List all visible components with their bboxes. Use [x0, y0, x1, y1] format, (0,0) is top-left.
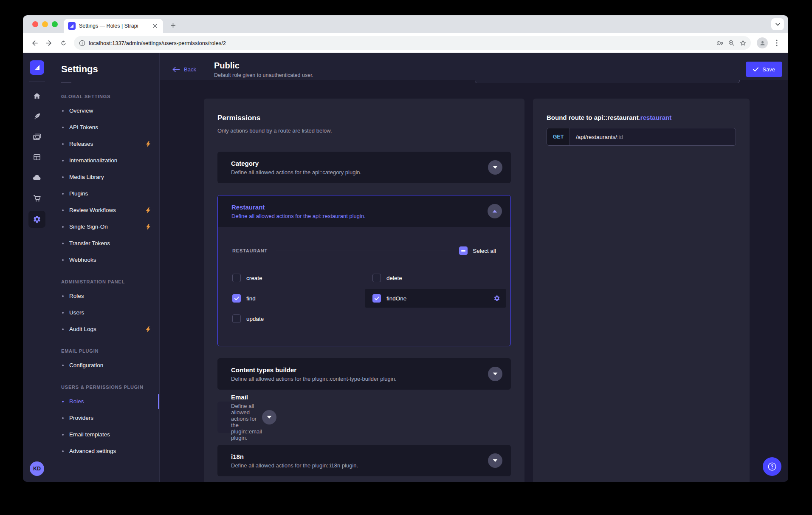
sidebar-item-releases[interactable]: Releases	[51, 136, 159, 152]
accordion-description: Define all allowed actions for the plugi…	[231, 403, 262, 441]
tab-search-chevron-icon[interactable]	[771, 18, 784, 30]
chevron-down-icon[interactable]	[262, 410, 276, 424]
page-title: Public	[214, 61, 313, 71]
section-administration-panel: ADMINISTRATION PANEL	[61, 279, 159, 284]
bullet-dot	[62, 295, 64, 297]
browser-window: Settings — Roles | Strapi localhost:1337…	[23, 15, 788, 482]
bullet-dot	[62, 259, 64, 261]
minimize-window-button[interactable]	[42, 21, 48, 27]
zoom-page-icon[interactable]	[728, 40, 735, 47]
forward-nav-icon[interactable]	[42, 37, 55, 49]
sidebar-item-media-library[interactable]: Media Library	[51, 169, 159, 185]
chevron-down-icon[interactable]	[488, 453, 502, 468]
permission-findone[interactable]: findOne	[365, 289, 506, 308]
find-checkbox[interactable]	[232, 294, 241, 303]
delete-checkbox[interactable]	[372, 274, 381, 282]
sidebar-item-webhooks[interactable]: Webhooks	[51, 252, 159, 268]
sidebar-item-advanced-settings[interactable]: Advanced settings	[51, 443, 159, 459]
permissions-panel: Permissions Only actions bound by a rout…	[204, 99, 524, 482]
check-icon	[234, 297, 239, 300]
sidebar-item-up-roles[interactable]: Roles	[51, 393, 159, 410]
page-subtitle: Default role given to unauthenticated us…	[214, 72, 313, 78]
strapi-logo-icon[interactable]	[30, 60, 44, 75]
findone-checkbox[interactable]	[372, 294, 381, 303]
accordion-restaurant-body: RESTAURANT Select all	[218, 227, 510, 346]
password-key-icon[interactable]	[716, 40, 724, 47]
accordion-description: Define all allowed actions for the api::…	[231, 213, 366, 219]
update-checkbox[interactable]	[232, 314, 241, 323]
lightning-badge-icon	[146, 207, 151, 213]
sidebar-item-review-workflows[interactable]: Review Workflows	[51, 202, 159, 218]
browser-tab[interactable]: Settings — Roles | Strapi	[64, 19, 163, 33]
sidebar-item-overview[interactable]: Overview	[51, 102, 159, 119]
route-path: /api/restaurants/:id	[570, 128, 623, 145]
url-bar[interactable]: localhost:1337/admin/settings/users-perm…	[74, 36, 751, 50]
active-item-indicator	[158, 394, 159, 409]
accordion-category[interactable]: Category Define all allowed actions for …	[217, 152, 511, 183]
back-button[interactable]: Back	[172, 66, 196, 73]
chevron-down-icon[interactable]	[488, 367, 502, 381]
zoom-window-button[interactable]	[52, 21, 58, 27]
indeterminate-minus-icon	[461, 250, 465, 252]
section-users-permissions-plugin: USERS & PERMISSIONS PLUGIN	[61, 385, 159, 390]
bullet-dot	[62, 176, 64, 178]
sidebar-item-internationalization[interactable]: Internationalization	[51, 152, 159, 169]
accordion-email[interactable]: Email Define all allowed actions for the…	[217, 402, 240, 433]
advanced-settings-gear-icon[interactable]	[493, 295, 500, 302]
scroll-area: Permissions Only actions bound by a rout…	[160, 80, 788, 482]
new-tab-button[interactable]	[167, 20, 178, 31]
help-button[interactable]	[763, 457, 781, 476]
accordion-description: Define all allowed actions for the api::…	[231, 169, 361, 175]
close-window-button[interactable]	[32, 21, 38, 27]
content-manager-feather-icon[interactable]	[28, 106, 46, 127]
sidebar-item-email-templates[interactable]: Email templates	[51, 426, 159, 443]
sidebar-item-transfer-tokens[interactable]: Transfer Tokens	[51, 235, 159, 252]
site-info-icon[interactable]	[79, 40, 85, 46]
deploy-cloud-icon[interactable]	[28, 167, 46, 188]
accordion-restaurant-header[interactable]: Restaurant Define all allowed actions fo…	[218, 195, 510, 227]
media-library-images-icon[interactable]	[28, 127, 46, 147]
tab-strip: Settings — Roles | Strapi	[23, 15, 788, 33]
sidebar-item-single-sign-on[interactable]: Single Sign-On	[51, 218, 159, 235]
sidebar-item-plugins[interactable]: Plugins	[51, 185, 159, 202]
sidebar-item-api-tokens[interactable]: API Tokens	[51, 119, 159, 136]
chevron-up-icon[interactable]	[488, 204, 502, 218]
http-method-badge: GET	[547, 128, 570, 145]
user-avatar[interactable]: KD	[30, 461, 44, 476]
accordion-description: Define all allowed actions for the plugi…	[231, 376, 397, 382]
create-checkbox[interactable]	[232, 274, 241, 282]
browser-profile-avatar[interactable]	[757, 37, 768, 48]
settings-gear-icon[interactable]	[28, 211, 45, 228]
select-all-checkbox[interactable]	[459, 246, 468, 255]
bullet-dot	[62, 434, 64, 436]
sidebar-item-configuration[interactable]: Configuration	[51, 357, 159, 374]
save-label: Save	[762, 66, 775, 73]
route-display: GET /api/restaurants/:id	[547, 128, 736, 146]
browser-menu-dots-icon[interactable]	[770, 37, 783, 49]
bookmark-star-icon[interactable]	[739, 40, 747, 47]
subnav-title: Settings	[61, 64, 159, 75]
accordion-i18n[interactable]: i18n Define all allowed actions for the …	[217, 445, 511, 476]
save-button[interactable]: Save	[746, 62, 782, 77]
permission-create: create	[232, 268, 372, 288]
sidebar-item-providers[interactable]: Providers	[51, 410, 159, 426]
chevron-down-icon[interactable]	[488, 160, 502, 175]
sidebar-item-admin-roles[interactable]: Roles	[51, 288, 159, 304]
accordion-content-types-builder[interactable]: Content types builder Define all allowed…	[217, 358, 511, 390]
reload-icon[interactable]	[57, 37, 70, 49]
bullet-dot	[62, 226, 64, 228]
sidebar-item-audit-logs[interactable]: Audit Logs	[51, 321, 159, 337]
role-description-input-clipped[interactable]	[475, 80, 740, 83]
content-type-builder-layout-icon[interactable]	[28, 147, 46, 167]
permissions-title: Permissions	[217, 114, 511, 122]
marketplace-cart-icon[interactable]	[28, 188, 46, 208]
bullet-dot	[62, 209, 64, 211]
home-icon[interactable]	[28, 86, 46, 106]
route-path-base: /api/restaurants/	[576, 134, 617, 140]
sidebar-item-users[interactable]: Users	[51, 304, 159, 321]
tab-close-icon[interactable]	[151, 22, 159, 30]
back-nav-icon[interactable]	[28, 37, 41, 49]
url-text[interactable]: localhost:1337/admin/settings/users-perm…	[89, 40, 713, 46]
bullet-dot	[62, 328, 64, 330]
check-icon	[375, 297, 379, 300]
